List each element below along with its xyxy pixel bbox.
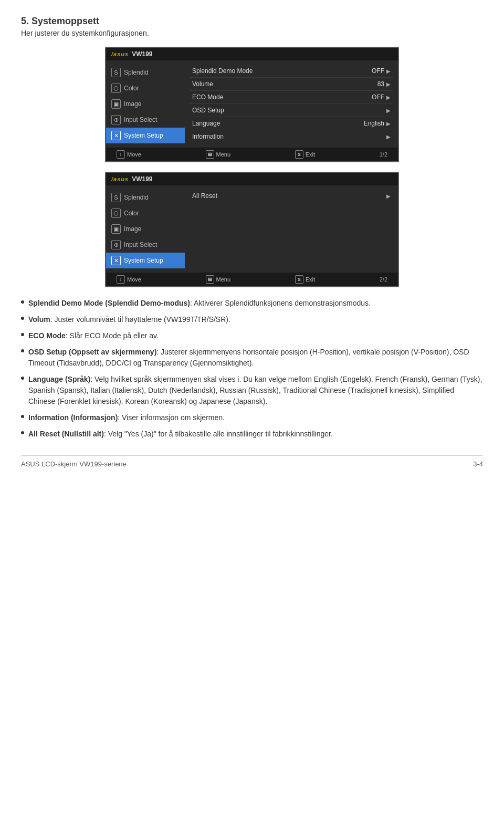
bullet-text: ECO Mode: Slår ECO Mode på eller av. (28, 330, 159, 341)
menu-label-1: Menu (216, 151, 231, 158)
menu-row[interactable]: ECO ModeOFF▶ (190, 91, 393, 104)
sidebar-label: Input Select (124, 241, 157, 248)
menu-row-value-text: OFF (372, 93, 384, 101)
move-label-1: Move (127, 151, 141, 158)
sidebar-item-color[interactable]: ⬡Color (106, 80, 185, 96)
sidebar-icon: ⬡ (111, 84, 121, 93)
menu-row-value: OFF▶ (372, 93, 391, 101)
page-footer: ASUS LCD-skjerm VW199-seriene 3-4 (21, 455, 483, 468)
footer-brand: ASUS LCD-skjerm VW199-seriene (21, 460, 127, 468)
footer-move-1: ↕ Move (117, 150, 141, 159)
list-item: Volum: Juster volumnivået til høyttalern… (21, 314, 483, 325)
arrow-icon: ▶ (386, 81, 391, 87)
menu-row-label: ECO Mode (192, 93, 223, 101)
bullet-term: ECO Mode (28, 331, 66, 340)
menu-row-label: Information (192, 133, 224, 140)
bullet-dot (21, 431, 24, 434)
move-label-2: Move (127, 276, 141, 283)
sidebar-item-image[interactable]: ▣Image (106, 221, 185, 237)
sidebar-label: Input Select (124, 116, 157, 123)
sidebar-icon: S (111, 193, 121, 202)
sidebar-item-system-setup[interactable]: ✕System Setup (106, 253, 185, 268)
exit-icon-2: S (295, 275, 303, 284)
bullet-term: All Reset (Nullstill alt) (28, 430, 104, 438)
menu-row-value: English▶ (364, 120, 391, 127)
menu-row-value: ▶ (386, 108, 391, 113)
page-indicator-1: 1/2 (380, 151, 387, 158)
menu-row-label: Language (192, 120, 220, 127)
sidebar-item-image[interactable]: ▣Image (106, 96, 185, 112)
menu-row-label: All Reset (192, 192, 217, 200)
monitor-model-2: VW199 (132, 175, 152, 183)
monitor-footer-2: ↕ Move ⊞ Menu S Exit 2/2 (106, 273, 398, 286)
menu-row-value-text: OFF (372, 67, 384, 75)
exit-label-2: Exit (306, 276, 315, 283)
menu-row[interactable]: Volume83▶ (190, 78, 393, 91)
bullet-term: Language (Språk) (28, 375, 90, 383)
sidebar-icon: ✕ (111, 256, 121, 265)
bullet-term: OSD Setup (Oppsett av skjermmeny) (28, 348, 156, 356)
menu-row-value-text: 83 (377, 80, 384, 88)
sidebar-item-color[interactable]: ⬡Color (106, 205, 185, 221)
menu-icon-1: ⊞ (206, 150, 214, 159)
sidebar-icon: ▣ (111, 224, 121, 234)
list-item: OSD Setup (Oppsett av skjermmeny): Juste… (21, 347, 483, 369)
arrow-icon: ▶ (386, 95, 391, 100)
sidebar-label: Color (124, 85, 139, 92)
menu-row-value: 83▶ (377, 80, 391, 88)
footer-menu-1: ⊞ Menu (206, 150, 231, 159)
monitor-ui-2: /asus VW199 SSplendid⬡Color▣Image⊕Input … (105, 172, 399, 287)
sidebar-icon: ▣ (111, 99, 121, 109)
monitor-header-2: /asus VW199 (106, 173, 398, 185)
bullet-term: Splendid Demo Mode (Splendid Demo-modus) (28, 299, 190, 307)
monitor-body-1: SSplendid⬡Color▣Image⊕Input Select✕Syste… (106, 60, 398, 148)
asus-logo-2: /asus (111, 176, 129, 182)
menu-sidebar-1: SSplendid⬡Color▣Image⊕Input Select✕Syste… (106, 60, 185, 148)
menu-row-value: ▶ (386, 193, 391, 199)
sidebar-item-splendid[interactable]: SSplendid (106, 65, 185, 80)
arrow-icon: ▶ (386, 193, 391, 199)
menu-content-2: All Reset▶ (185, 185, 398, 273)
menu-content-1: Splendid Demo ModeOFF▶Volume83▶ECO ModeO… (185, 60, 398, 148)
menu-row-label: OSD Setup (192, 107, 224, 114)
menu-row[interactable]: OSD Setup▶ (190, 104, 393, 117)
menu-row[interactable]: LanguageEnglish▶ (190, 117, 393, 130)
list-item: ECO Mode: Slår ECO Mode på eller av. (21, 330, 483, 341)
bullet-term: Information (Informasjon) (28, 413, 118, 422)
footer-move-2: ↕ Move (117, 275, 141, 284)
menu-row[interactable]: Information▶ (190, 130, 393, 143)
sidebar-item-system-setup[interactable]: ✕System Setup (106, 128, 185, 143)
footer-menu-2: ⊞ Menu (206, 275, 231, 284)
sidebar-icon: ⊕ (111, 240, 121, 249)
bullet-dot (21, 377, 24, 380)
menu-row-value-text: English (364, 120, 384, 127)
bullet-text: Splendid Demo Mode (Splendid Demo-modus)… (28, 298, 371, 309)
move-icon-1: ↕ (117, 150, 125, 159)
menu-row-label: Volume (192, 80, 213, 88)
menu-row[interactable]: All Reset▶ (190, 190, 393, 202)
move-icon-2: ↕ (117, 275, 125, 284)
bullet-text: Volum: Juster volumnivået til høyttalern… (28, 314, 230, 325)
sidebar-icon: ✕ (111, 131, 121, 140)
bullet-text: Information (Informasjon): Viser informa… (28, 412, 225, 423)
list-item: Information (Informasjon): Viser informa… (21, 412, 483, 423)
list-item: All Reset (Nullstill alt): Velg "Yes (Ja… (21, 429, 483, 440)
bullet-dot (21, 317, 24, 320)
sidebar-item-splendid[interactable]: SSplendid (106, 190, 185, 205)
sidebar-item-input-select[interactable]: ⊕Input Select (106, 112, 185, 128)
monitor-model-1: VW199 (132, 50, 152, 58)
monitor-footer-1: ↕ Move ⊞ Menu S Exit 1/2 (106, 148, 398, 161)
section-heading: 5. Systemoppsett (21, 16, 483, 27)
sidebar-label: Splendid (124, 194, 149, 201)
bullet-text: All Reset (Nullstill alt): Velg "Yes (Ja… (28, 429, 333, 440)
sidebar-item-input-select[interactable]: ⊕Input Select (106, 237, 185, 253)
sidebar-icon: S (111, 68, 121, 77)
list-item: Language (Språk): Velg hvilket språk skj… (21, 374, 483, 407)
bullet-text: Language (Språk): Velg hvilket språk skj… (28, 374, 483, 407)
page-indicator-2: 2/2 (380, 276, 387, 283)
bullet-dot (21, 300, 24, 304)
page-container: 5. SystemoppsettHer justerer du systemko… (0, 0, 504, 489)
monitor-header-1: /asus VW199 (106, 48, 398, 60)
exit-label-1: Exit (306, 151, 315, 158)
menu-row[interactable]: Splendid Demo ModeOFF▶ (190, 65, 393, 78)
